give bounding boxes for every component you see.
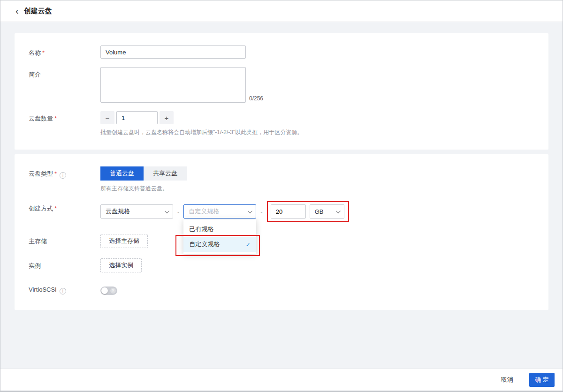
cancel-button[interactable]: 取消 [498, 375, 516, 384]
instance-row: 实例 选择实例 [29, 258, 534, 272]
create-volume-window: ‹ 创建云盘 名称* 简介 0/256 [0, 0, 563, 392]
primary-storage-row: 主存储 选择主存储 [29, 234, 534, 248]
name-label-text: 名称 [29, 49, 41, 56]
size-annotation-rectangle: GB [267, 201, 349, 222]
chevron-down-icon [248, 209, 252, 213]
size-unit-select-value: GB [315, 208, 324, 215]
required-asterisk: * [54, 205, 57, 212]
info-icon[interactable]: i [60, 172, 66, 179]
select-instance-button[interactable]: 选择实例 [100, 258, 142, 272]
separator-dash: - [260, 208, 262, 215]
description-row: 简介 0/256 [29, 67, 534, 103]
page-content: 名称* 简介 0/256 云盘数量* [0, 22, 563, 369]
increment-button[interactable]: + [160, 111, 174, 124]
virtioscsi-row: VirtioSCSIi × [29, 284, 534, 297]
basic-info-panel: 名称* 简介 0/256 云盘数量* [15, 33, 548, 150]
count-label-text: 云盘数量 [29, 115, 53, 122]
spec-mode-select[interactable]: 自定义规格 [183, 204, 256, 219]
name-row: 名称* [29, 45, 534, 59]
count-help-text: 批量创建云盘时，云盘名称将会自动增加后缀"-1/-2/-3"以此类推，用于区分资… [100, 128, 534, 136]
spec-mode-select-value: 自定义规格 [189, 207, 219, 216]
info-icon[interactable]: i [60, 288, 66, 294]
virtioscsi-toggle[interactable]: × [100, 286, 117, 295]
chevron-down-icon [336, 209, 341, 213]
back-icon[interactable]: ‹ [15, 6, 19, 15]
page-header: ‹ 创建云盘 [0, 0, 563, 22]
size-unit-select[interactable]: GB [310, 204, 344, 219]
required-asterisk: * [42, 49, 45, 56]
page-title: 创建云盘 [24, 7, 52, 15]
char-counter: 0/256 [249, 95, 263, 103]
required-asterisk: * [54, 170, 57, 177]
description-label: 简介 [29, 67, 100, 103]
option-existing-spec[interactable]: 已有规格 [183, 222, 256, 237]
disk-config-panel: 云盘类型*i 普通云盘 共享云盘 所有主存储支持普通云盘。 创建方式* [15, 154, 548, 310]
instance-label-text: 实例 [29, 262, 41, 269]
spec-mode-dropdown: 已有规格 自定义规格 ✓ [183, 219, 256, 254]
count-label: 云盘数量* [29, 111, 100, 136]
name-input[interactable] [100, 45, 246, 59]
primary-storage-label-text: 主存储 [29, 238, 47, 245]
disk-type-tabs: 普通云盘 共享云盘 [100, 166, 187, 181]
description-label-text: 简介 [29, 71, 41, 78]
create-method-row: 创建方式* 云盘规格 - 自定义规格 [29, 201, 534, 222]
create-method-label: 创建方式* [29, 201, 100, 222]
name-label: 名称* [29, 45, 100, 59]
spec-type-select-value: 云盘规格 [106, 207, 130, 216]
separator-dash: - [177, 208, 179, 215]
count-row: 云盘数量* − + 批量创建云盘时，云盘名称将会自动增加后缀"-1/-2/-3"… [29, 111, 534, 136]
toggle-knob [101, 287, 108, 294]
disk-type-label-text: 云盘类型 [29, 170, 53, 177]
instance-label: 实例 [29, 258, 100, 272]
size-input[interactable] [271, 204, 306, 219]
create-method-label-text: 创建方式 [29, 205, 53, 212]
chevron-down-icon [165, 209, 169, 213]
virtioscsi-label-text: VirtioSCSI [29, 286, 57, 293]
disk-type-help-text: 所有主存储支持普通云盘。 [100, 185, 534, 193]
spec-type-select[interactable]: 云盘规格 [100, 204, 173, 219]
disk-type-row: 云盘类型*i 普通云盘 共享云盘 所有主存储支持普通云盘。 [29, 166, 534, 193]
tab-normal-disk[interactable]: 普通云盘 [100, 166, 144, 181]
confirm-button[interactable]: 确 定 [529, 373, 555, 387]
option-custom-spec[interactable]: 自定义规格 ✓ [183, 237, 256, 252]
description-textarea[interactable] [100, 67, 246, 103]
option-label: 已有规格 [189, 225, 213, 234]
required-asterisk: * [54, 115, 57, 122]
count-stepper: − + [100, 111, 534, 124]
count-input[interactable] [116, 111, 158, 124]
toggle-off-icon: × [110, 288, 116, 294]
page-footer: 取消 确 定 [0, 369, 563, 391]
decrement-button[interactable]: − [100, 111, 114, 124]
tab-shared-disk[interactable]: 共享云盘 [144, 166, 187, 181]
virtioscsi-label: VirtioSCSIi [29, 284, 100, 297]
disk-type-label: 云盘类型*i [29, 166, 100, 193]
primary-storage-label: 主存储 [29, 234, 100, 248]
option-label: 自定义规格 [189, 240, 220, 249]
check-icon: ✓ [245, 241, 251, 248]
select-primary-storage-button[interactable]: 选择主存储 [100, 234, 148, 248]
